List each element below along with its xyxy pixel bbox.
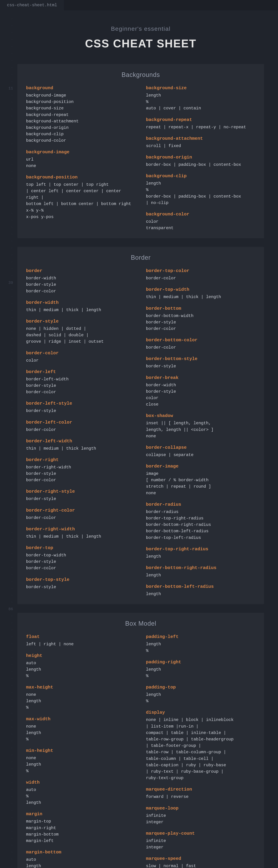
- css-value: length: [146, 666, 255, 673]
- css-property: background: [26, 85, 136, 92]
- line-number: ·: [0, 571, 13, 578]
- css-value: auto | cover | contain: [146, 105, 255, 112]
- css-value: bottom left | bottom center | bottom rig…: [26, 201, 136, 207]
- line-number: ·: [0, 273, 13, 279]
- line-number: ·: [0, 286, 13, 293]
- columns: borderborder-widthborder-styleborder-col…: [18, 268, 264, 597]
- css-property: background-attachment: [146, 135, 255, 142]
- css-value: %: [26, 736, 136, 743]
- css-value: length: [146, 641, 255, 647]
- line-number: ·: [0, 57, 13, 64]
- css-property: border-top-width: [146, 286, 255, 293]
- line-number: ·: [0, 217, 13, 224]
- line-number: ·: [0, 828, 13, 835]
- css-value: border-top-left-radius: [146, 534, 255, 541]
- line-number: ·: [0, 307, 13, 314]
- column: backgroundbackground-imagebackground-pos…: [26, 85, 136, 231]
- css-value: border-box | padding-box | content-box: [146, 161, 255, 168]
- css-value: | ruby-text | ruby-base-group |: [146, 768, 255, 775]
- line-number: ·: [0, 335, 13, 342]
- css-property: border-left: [26, 369, 136, 375]
- line-number: ·: [0, 460, 13, 467]
- line-number: ·: [0, 377, 13, 384]
- css-value: border-left-width: [26, 376, 136, 382]
- line-number: ·: [0, 78, 13, 85]
- css-property: border-collapse: [146, 444, 255, 451]
- document-header: Beginner's essential CSS CHEAT SHEET: [18, 16, 264, 64]
- css-value: border-color: [146, 326, 255, 332]
- css-property: height: [26, 652, 136, 659]
- css-value: collapse | separate: [146, 452, 255, 458]
- line-number: ·: [0, 509, 13, 516]
- line-number: ·: [0, 314, 13, 321]
- line-gutter: ··········11···························3…: [0, 10, 18, 868]
- line-number: ·: [0, 342, 13, 349]
- line-number: ·: [0, 661, 13, 669]
- css-value: border-color: [26, 427, 136, 433]
- line-number: ·: [0, 696, 13, 703]
- line-number: ·: [0, 99, 13, 106]
- line-number: ·: [0, 717, 13, 724]
- line-number: ·: [0, 266, 13, 273]
- line-number: ·: [0, 758, 13, 766]
- line-number: ·: [0, 106, 13, 113]
- line-number: ·: [0, 516, 13, 523]
- title: CSS CHEAT SHEET: [18, 35, 264, 52]
- css-value: table-row-group | table-headergroup: [146, 736, 255, 743]
- line-number: ·: [0, 488, 13, 495]
- css-value: %: [146, 698, 255, 704]
- line-number: ·: [0, 398, 13, 404]
- css-property: background-origin: [146, 154, 255, 161]
- css-value: length: [26, 761, 136, 768]
- css-property: max-height: [26, 684, 136, 691]
- line-number: ·: [0, 529, 13, 536]
- line-number: ·: [0, 148, 13, 155]
- line-number: ·: [0, 523, 13, 529]
- css-value: length: [26, 863, 136, 868]
- css-property: border-radius: [146, 501, 255, 508]
- css-property: border-top-right-radius: [146, 546, 255, 553]
- css-value: none: [26, 163, 136, 169]
- line-number: ·: [0, 425, 13, 432]
- line-number: ·: [0, 779, 13, 786]
- line-number: ·: [0, 328, 13, 335]
- css-value: margin-top: [26, 818, 136, 825]
- css-value: compact | table | inline-table |: [146, 730, 255, 736]
- line-number: ·: [0, 863, 13, 868]
- line-number: ·: [0, 432, 13, 439]
- css-value: table-row | table-column-group |: [146, 749, 255, 755]
- css-value: border-style: [146, 319, 255, 326]
- css-value: border-style: [26, 281, 136, 288]
- line-number: ·: [0, 189, 13, 196]
- css-value: margin-right: [26, 825, 136, 831]
- css-property: background-size: [146, 85, 255, 92]
- line-number: ·: [0, 821, 13, 828]
- css-property: marquee-speed: [146, 855, 255, 862]
- line-number: ·: [0, 252, 13, 259]
- css-value: background-clip: [26, 131, 136, 137]
- line-number: ·: [0, 550, 13, 557]
- line-number: ·: [0, 134, 13, 141]
- css-value: border-color: [26, 389, 136, 395]
- line-number: ·: [0, 648, 13, 654]
- css-value: border-width: [146, 382, 255, 389]
- columns: backgroundbackground-imagebackground-pos…: [18, 85, 264, 231]
- line-number: ·: [0, 120, 13, 127]
- line-number: ·: [0, 71, 13, 78]
- css-value: %: [26, 793, 136, 799]
- line-number: ·: [0, 495, 13, 502]
- file-tab[interactable]: css-cheat-sheet.html: [0, 0, 64, 10]
- css-property: marquee-direction: [146, 786, 255, 793]
- line-number: ·: [0, 238, 13, 245]
- css-property: padding-top: [146, 684, 255, 691]
- css-property: margin: [26, 811, 136, 817]
- css-property: padding-right: [146, 659, 255, 665]
- css-property: float: [26, 633, 136, 640]
- css-property: border-bottom-color: [146, 337, 255, 344]
- css-property: border-style: [26, 318, 136, 325]
- css-value: length: [26, 730, 136, 736]
- line-number: ·: [0, 654, 13, 661]
- css-value: %: [26, 673, 136, 679]
- css-value: auto: [26, 856, 136, 863]
- css-value: url: [26, 156, 136, 163]
